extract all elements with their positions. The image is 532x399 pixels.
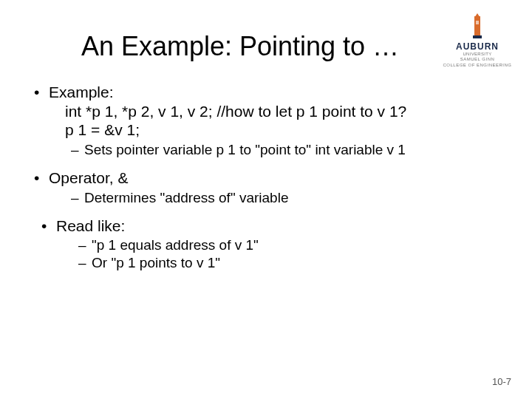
bullet-operator: Operator, & Determines "address of" vari…: [33, 168, 499, 206]
code-line-1: int *p 1, *p 2, v 1, v 2; //how to let p…: [65, 102, 499, 121]
bullet-example: Example: int *p 1, *p 2, v 1, v 2; //how…: [33, 83, 499, 158]
logo-word: AUBURN: [440, 41, 514, 52]
sub-bullet-example: Sets pointer variable p 1 to "point to" …: [71, 141, 499, 158]
svg-rect-0: [474, 16, 480, 35]
logo-sub3: COLLEGE OF ENGINEERING: [440, 63, 514, 68]
sub-bullet-read-1: "p 1 equals address of v 1": [78, 236, 499, 253]
slide-number: 10-7: [492, 376, 511, 387]
read-label: Read like:: [56, 217, 125, 234]
slide-title: An Example: Pointing to …: [62, 31, 418, 62]
auburn-logo: AUBURN UNIVERSITY SAMUEL GINN COLLEGE OF…: [440, 13, 514, 67]
bullet-read: Read like: "p 1 equals address of v 1" O…: [40, 216, 499, 271]
sub-bullet-operator: Determines "address of" variable: [71, 189, 499, 206]
logo-university: UNIVERSITY: [440, 52, 514, 56]
sub-bullet-read-2: Or "p 1 points to v 1": [78, 254, 499, 271]
tower-icon: [469, 13, 485, 40]
svg-marker-2: [474, 13, 480, 18]
example-label: Example:: [49, 83, 114, 100]
svg-rect-1: [473, 35, 482, 38]
slide-body: Example: int *p 1, *p 2, v 1, v 2; //how…: [33, 83, 499, 271]
code-line-2: p 1 = &v 1;: [65, 120, 499, 140]
svg-rect-3: [476, 21, 479, 24]
operator-label: Operator, &: [49, 169, 128, 186]
logo-sub2: SAMUEL GINN: [440, 57, 514, 62]
slide: AUBURN UNIVERSITY SAMUEL GINN COLLEGE OF…: [0, 0, 532, 399]
